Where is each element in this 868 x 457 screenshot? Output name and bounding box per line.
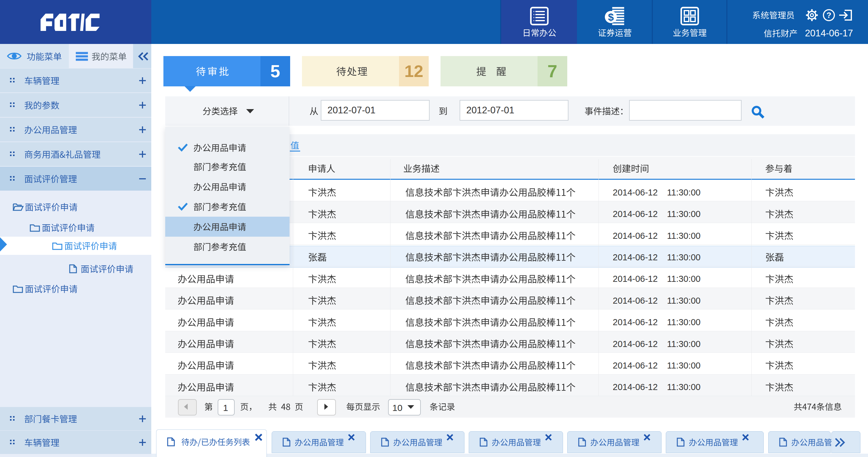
svg-text:$: $	[608, 11, 614, 23]
svg-text:?: ?	[827, 10, 831, 20]
